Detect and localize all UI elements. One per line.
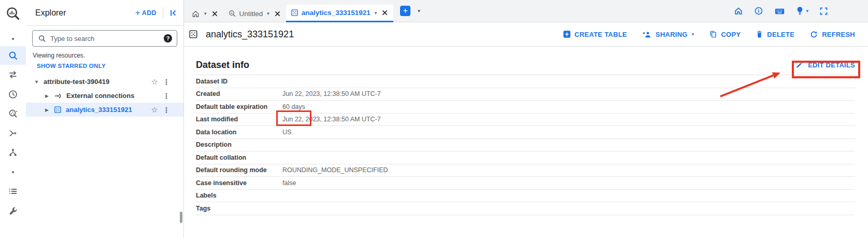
caret-expanded-icon[interactable]: ▼ (33, 79, 40, 85)
tree-row-external-connections[interactable]: ▶ External connections ⋮ (26, 89, 183, 103)
dataset-info-section: Dataset info EDIT DETAILS Dataset ID Cre… (184, 47, 868, 215)
kebab-menu-icon[interactable]: ⋮ (163, 78, 168, 86)
close-icon[interactable] (381, 9, 389, 17)
table-row: Default rounding modeROUNDING_MODE_UNSPE… (196, 164, 855, 177)
caret-down-icon[interactable]: ▾ (267, 11, 269, 16)
home-icon (191, 9, 200, 18)
caret-down-icon: ▾ (692, 32, 694, 37)
page-title: analytics_333151921 (206, 29, 294, 40)
sharing-button[interactable]: SHARING ▾ (642, 30, 694, 39)
table-row: Dataset ID (196, 75, 855, 88)
trash-icon (756, 30, 763, 38)
edit-details-button[interactable]: EDIT DETAILS (795, 61, 855, 69)
rail-admin-wrench-icon[interactable] (0, 202, 26, 220)
tab-untitled[interactable]: Untitled ▾ (223, 5, 286, 22)
table-row: Tags (196, 202, 855, 215)
caret-collapsed-icon[interactable]: ▶ (44, 93, 50, 99)
table-row: Labels (196, 190, 855, 203)
plus-icon: + (135, 8, 140, 17)
table-row: CreatedJun 22, 2023, 12:38:50 AM UTC-7 (196, 88, 855, 101)
refresh-icon (809, 30, 818, 39)
tab-overflow-caret-icon[interactable]: ▾ (418, 8, 420, 13)
tab-home[interactable]: ▾ (184, 5, 223, 22)
rail-capacity-list-icon[interactable] (0, 182, 26, 201)
dataset-icon (291, 9, 298, 17)
collapse-panel-icon[interactable] (168, 8, 178, 18)
top-right-toolbar: ▾ (734, 0, 868, 22)
refresh-button[interactable]: REFRESH (809, 30, 855, 39)
rail-dot-indicator (0, 30, 26, 48)
table-row: Default collation (196, 151, 855, 164)
viewing-resources-text: Viewing resources. (33, 52, 183, 59)
table-row-default-table-expiration: Default table expiration60 days (196, 101, 855, 114)
search-icon (38, 34, 46, 43)
home-button-icon[interactable] (734, 6, 743, 16)
search-input[interactable] (50, 35, 160, 43)
tab-bar: ▾ Untitled ▾ analytics_333151921 ▾ + ▾ (184, 0, 868, 22)
assistant-bulb-button[interactable]: ▾ (796, 6, 808, 16)
pencil-icon (795, 61, 804, 69)
explorer-header: Explorer + ADD (26, 0, 183, 26)
dataset-icon (54, 106, 62, 114)
fullscreen-icon[interactable] (819, 7, 828, 16)
resource-tree: ▼ attribute-test-390419 ☆ ⋮ ▶ External c… (26, 75, 183, 117)
external-connection-icon (54, 92, 62, 100)
person-add-icon (642, 30, 652, 39)
dataset-info-table: Dataset ID CreatedJun 22, 2023, 12:38:50… (196, 75, 855, 215)
bigquery-console: Explorer + ADD ? Viewing resources. SHOW… (0, 0, 868, 238)
dataset-header: analytics_333151921 CREATE TABLE SHARING… (184, 22, 868, 47)
new-tab-button[interactable]: + (400, 6, 410, 16)
kebab-menu-icon[interactable]: ⋮ (163, 106, 168, 114)
create-table-icon (563, 30, 571, 38)
rail-query-insights-icon[interactable] (0, 104, 26, 123)
left-nav-rail (0, 0, 26, 238)
caret-down-icon[interactable]: ▾ (375, 10, 377, 16)
star-icon[interactable]: ☆ (151, 105, 158, 115)
copy-button[interactable]: COPY (709, 30, 741, 38)
help-icon[interactable]: ? (164, 34, 172, 43)
tab-dataset-active[interactable]: analytics_333151921 ▾ (286, 5, 393, 22)
rail-migration-icon[interactable] (0, 124, 26, 143)
table-row: Case insensitivefalse (196, 177, 855, 190)
search-box[interactable]: ? (32, 30, 177, 47)
bigquery-logo-icon (0, 4, 26, 23)
explorer-panel: Explorer + ADD ? Viewing resources. SHOW… (26, 0, 184, 238)
table-row: Last modifiedJun 22, 2023, 12:38:50 AM U… (196, 114, 855, 127)
query-icon (228, 9, 236, 18)
dataset-actions: CREATE TABLE SHARING ▾ COPY DELETE (563, 30, 855, 39)
keyboard-shortcuts-icon[interactable] (774, 6, 785, 17)
show-starred-only-link[interactable]: SHOW STARRED ONLY (37, 63, 183, 69)
rail-transfers-icon[interactable] (0, 65, 26, 84)
close-icon[interactable] (211, 10, 219, 18)
star-icon[interactable]: ☆ (151, 77, 158, 87)
add-button[interactable]: + ADD (135, 8, 156, 17)
caret-down-icon: ▾ (806, 8, 808, 13)
rail-search-icon[interactable] (0, 46, 26, 65)
create-table-button[interactable]: CREATE TABLE (563, 30, 627, 38)
tree-row-project[interactable]: ▼ attribute-test-390419 ☆ ⋮ (26, 75, 183, 89)
sidebar-scrollbar-thumb[interactable] (180, 212, 182, 223)
main-content: analytics_333151921 CREATE TABLE SHARING… (184, 22, 868, 238)
table-row: Description (196, 139, 855, 152)
copy-icon (709, 30, 717, 38)
lightbulb-icon (796, 6, 804, 16)
table-row: Data locationUS (196, 126, 855, 139)
section-title: Dataset info (196, 60, 249, 71)
explorer-title: Explorer (35, 8, 135, 18)
caret-collapsed-icon[interactable]: ▶ (44, 107, 50, 113)
dataset-icon (189, 30, 198, 39)
rail-lineage-icon[interactable] (0, 143, 26, 162)
info-icon[interactable] (754, 6, 763, 16)
caret-down-icon[interactable]: ▾ (204, 11, 207, 16)
rail-history-clock-icon[interactable] (0, 85, 26, 104)
divider (163, 7, 163, 19)
close-icon[interactable] (274, 10, 281, 18)
delete-button[interactable]: DELETE (756, 30, 794, 38)
rail-dot-indicator-2 (0, 163, 26, 181)
tree-row-dataset[interactable]: ▶ analytics_333151921 ☆ ⋮ (26, 103, 183, 117)
kebab-menu-icon[interactable]: ⋮ (163, 92, 168, 100)
